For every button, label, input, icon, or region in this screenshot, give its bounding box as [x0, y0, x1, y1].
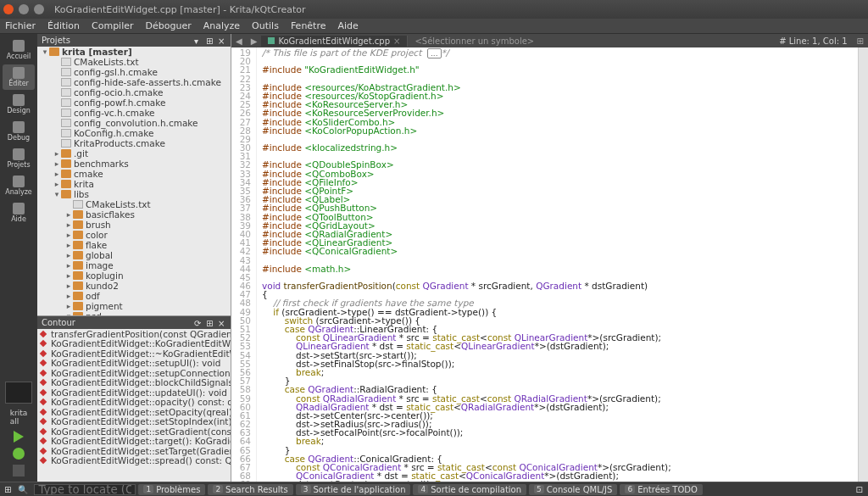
- outline-item[interactable]: KoGradientEditWidget::spread() const: QG…: [37, 456, 231, 466]
- status-console-qml/js[interactable]: 5Console QML/JS: [529, 484, 617, 495]
- window-title: KoGradientEditWidget.cpp [master] - Krit…: [54, 4, 306, 15]
- activity-accueil[interactable]: Accueil: [3, 37, 35, 63]
- tab-close-icon[interactable]: ×: [393, 36, 400, 46]
- outline-item[interactable]: KoGradientEditWidget::setTarget(Gradient…: [37, 446, 231, 456]
- tree-item[interactable]: ▸.git: [37, 148, 231, 159]
- close-pane-icon[interactable]: ×: [218, 36, 226, 45]
- locator-icon[interactable]: ⊞: [0, 485, 15, 494]
- outline-list[interactable]: transferGradientPosition(const QGradient…: [37, 329, 231, 482]
- build-icon[interactable]: [13, 465, 25, 476]
- tree-item[interactable]: ▸cmake: [37, 169, 231, 179]
- menu-édition[interactable]: Édition: [47, 20, 80, 31]
- outline-item[interactable]: KoGradientEditWidget::opacity() const: q…: [37, 398, 231, 408]
- run-icon[interactable]: [14, 431, 24, 443]
- activity-bar: AccueilÉditerDesignDebugProjetsAnalyzeAi…: [0, 34, 37, 482]
- search-icon[interactable]: 🔍: [15, 485, 31, 494]
- status-sortie-de-l'application[interactable]: 3Sortie de l'application: [296, 484, 411, 495]
- scrollbar[interactable]: [858, 47, 868, 482]
- file-icon: [268, 37, 275, 44]
- activity-debug[interactable]: Debug: [3, 119, 35, 144]
- locator-input[interactable]: [34, 484, 136, 495]
- sort-icon[interactable]: ⊞: [206, 319, 214, 327]
- progress-icon: ⊡: [851, 485, 868, 494]
- activity-design[interactable]: Design: [3, 92, 35, 117]
- menu-fenêtre[interactable]: Fenêtre: [291, 20, 326, 31]
- nav-fwd-icon[interactable]: ▶: [247, 36, 262, 46]
- menu-aide[interactable]: Aide: [337, 20, 358, 31]
- split-icon[interactable]: ⊞: [206, 36, 214, 45]
- outline-item[interactable]: KoGradientEditWidget::~KoGradientEditWid…: [37, 348, 231, 359]
- file-tab[interactable]: KoGradientEditWidget.cpp ×: [261, 36, 408, 47]
- outline-item[interactable]: KoGradientEditWidget::updateUI(): void: [37, 387, 231, 398]
- kit-label: kritaall: [10, 409, 27, 426]
- menu-outils[interactable]: Outils: [252, 20, 279, 31]
- outline-item[interactable]: KoGradientEditWidget::blockChildSignals(…: [37, 378, 231, 388]
- outline-item[interactable]: KoGradientEditWidget::KoGradientEditWidg…: [37, 339, 231, 349]
- close-icon[interactable]: [3, 4, 14, 14]
- minimize-icon[interactable]: [19, 4, 29, 14]
- source-text[interactable]: /* This file is part of the KDE project …: [257, 47, 858, 482]
- maximize-icon[interactable]: [34, 4, 44, 14]
- editor-area: ◀ ▶ KoGradientEditWidget.cpp × <Sélectio…: [231, 34, 868, 482]
- editor-tabbar: ◀ ▶ KoGradientEditWidget.cpp × <Sélectio…: [231, 34, 868, 47]
- titlebar: KoGradientEditWidget.cpp [master] - Krit…: [0, 0, 868, 19]
- activity-analyze[interactable]: Analyze: [3, 173, 35, 198]
- outline-item[interactable]: transferGradientPosition(const QGradient…: [37, 329, 231, 339]
- code-editor[interactable]: 1920212223242526272829303132333435363738…: [231, 47, 868, 482]
- projects-header: Projets ▾⊞×: [37, 34, 231, 47]
- outline-pane: Contour ⟳⊞× transferGradientPosition(con…: [37, 316, 231, 482]
- symbol-selector[interactable]: <Sélectionner un symbole>: [408, 36, 541, 46]
- line-gutter: 1920212223242526272829303132333435363738…: [231, 47, 257, 482]
- tree-item[interactable]: KritaProducts.cmake: [37, 138, 231, 148]
- menu-analyze[interactable]: Analyze: [203, 20, 240, 31]
- activity-projets[interactable]: Projets: [3, 146, 35, 171]
- status-sortie-de-compilation[interactable]: 4Sortie de compilation: [413, 484, 526, 495]
- status-entrées-todo[interactable]: 6Entrées TODO: [620, 484, 702, 495]
- debug-icon[interactable]: [13, 448, 25, 460]
- project-tree[interactable]: ▾krita [master]CMakeLists.txtconfig-gsl.…: [37, 47, 231, 316]
- outline-item[interactable]: KoGradientEditWidget::target(): KoGradie…: [37, 437, 231, 447]
- activity-bottom: kritaall: [5, 382, 32, 476]
- status-problèmes[interactable]: 1Problèmes: [138, 484, 205, 495]
- status-bar: ⊞ 🔍 1Problèmes2Search Results3Sortie de …: [0, 482, 868, 496]
- tab-label: KoGradientEditWidget.cpp: [278, 36, 390, 46]
- menu-compiler[interactable]: Compiler: [92, 20, 134, 31]
- close-outline-icon[interactable]: ×: [218, 319, 226, 327]
- outline-item[interactable]: KoGradientEditWidget::setupUI(): void: [37, 359, 231, 369]
- menubar: FichierÉditionCompilerDéboguerAnalyzeOut…: [0, 19, 868, 34]
- kit-thumb[interactable]: [5, 382, 32, 404]
- menu-déboguer[interactable]: Déboguer: [146, 20, 192, 31]
- activity-aide[interactable]: Aide: [3, 200, 35, 226]
- activity-éditer[interactable]: Éditer: [3, 64, 35, 90]
- menu-fichier[interactable]: Fichier: [5, 20, 36, 31]
- filter-icon[interactable]: ▾: [194, 36, 203, 45]
- status-search-results[interactable]: 2Search Results: [208, 484, 292, 495]
- split-editor-icon[interactable]: ⊞: [853, 36, 868, 46]
- tree-item[interactable]: ▸krita: [37, 179, 231, 189]
- sync-icon[interactable]: ⟳: [194, 319, 203, 327]
- outline-item[interactable]: KoGradientEditWidget::setStopIndex(int):…: [37, 417, 231, 427]
- outline-item[interactable]: KoGradientEditWidget::setOpacity(qreal):…: [37, 407, 231, 417]
- cursor-position[interactable]: # Line: 1, Col: 1: [774, 36, 852, 46]
- nav-back-icon[interactable]: ◀: [231, 36, 247, 46]
- tree-item[interactable]: ▸benchmarks: [37, 159, 231, 169]
- outline-item[interactable]: KoGradientEditWidget::setupConnections()…: [37, 368, 231, 378]
- outline-item[interactable]: KoGradientEditWidget::setGradient(const …: [37, 426, 231, 437]
- outline-header: Contour ⟳⊞×: [37, 316, 231, 329]
